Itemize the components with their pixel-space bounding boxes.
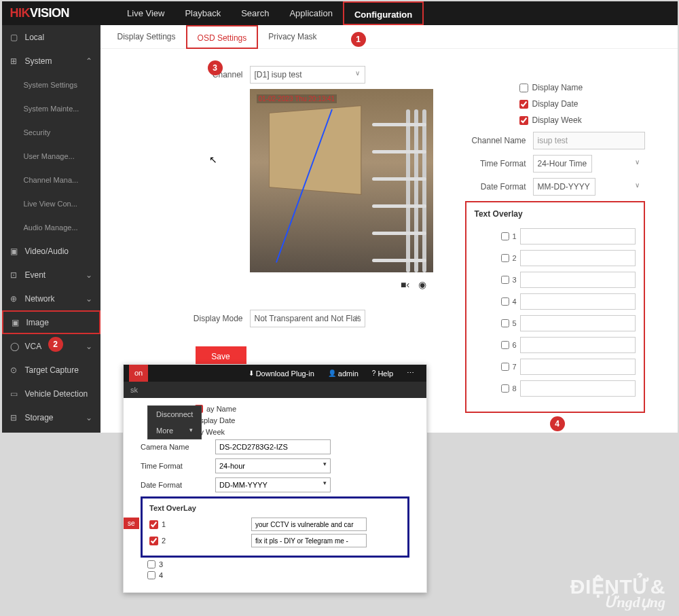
sub-tabs: Display Settings OSD Settings Privacy Ma…	[100, 25, 678, 49]
sidebar-system-mainte[interactable]: System Mainte...	[2, 96, 100, 120]
text-overlay-box: Text Overlay 1 2 3 4 5 6 7 8	[465, 201, 645, 413]
tab-osd-settings[interactable]: OSD Settings	[186, 25, 259, 49]
overlay-8-input[interactable]	[520, 380, 636, 397]
sidebar-target-capture[interactable]: ⊙Target Capture	[2, 358, 100, 382]
sidebar-network[interactable]: ⊕Network⌄	[2, 287, 100, 310]
target-icon: ⊙	[10, 365, 21, 375]
overlay-2-check[interactable]	[501, 254, 509, 262]
sidebar-security[interactable]: Security	[2, 120, 100, 144]
annotation-badge-3: 3	[208, 60, 223, 75]
download-icon: ⬇	[249, 369, 254, 377]
chevron-down-icon: ⌄	[86, 342, 92, 351]
event-icon: ⊡	[10, 270, 21, 280]
display-name-check[interactable]	[519, 84, 528, 92]
nav-configuration[interactable]: Configuration	[343, 1, 424, 25]
sec-overlay-2-check[interactable]	[149, 537, 158, 545]
nav-playback[interactable]: Playback	[175, 1, 231, 25]
overlay-7-check[interactable]	[501, 363, 509, 371]
sec-camera-name-input[interactable]	[215, 439, 331, 454]
sidebar-image[interactable]: ▣Image	[2, 310, 100, 334]
sec-dropdown: Disconnect More ▾	[147, 405, 202, 439]
chevron-down-icon: ⌄	[86, 270, 92, 280]
overlay-4-input[interactable]	[520, 293, 636, 310]
image-icon: ▣	[12, 318, 22, 327]
tab-privacy-mask[interactable]: Privacy Mask	[258, 25, 327, 49]
sec-time-format-label: Time Format	[141, 462, 215, 470]
overlay-4-check[interactable]	[501, 297, 509, 306]
sidebar-user-manage[interactable]: User Manage...	[2, 144, 100, 168]
logo: HIKVISION	[10, 6, 70, 20]
dropdown-disconnect[interactable]: Disconnect	[148, 406, 201, 422]
vehicle-icon: ▭	[10, 389, 21, 399]
display-week-check[interactable]	[519, 116, 528, 125]
date-format-label: Date Format	[465, 182, 526, 192]
tab-display-settings[interactable]: Display Settings	[107, 25, 186, 49]
sidebar-channel-mana[interactable]: Channel Mana...	[2, 168, 100, 192]
time-format-select[interactable]: 24-Hour Time	[533, 155, 592, 173]
camera-preview: 01-02-2023 Thu 20:13:41	[250, 89, 433, 272]
nav-search[interactable]: Search	[231, 1, 279, 25]
video-icon[interactable]: ■‹	[401, 279, 409, 290]
dropdown-more[interactable]: More ▾	[148, 422, 201, 439]
display-date-check[interactable]	[519, 100, 528, 109]
overlay-6-input[interactable]	[520, 337, 636, 353]
sidebar-system-settings[interactable]: System Settings	[2, 73, 100, 96]
sidebar-event[interactable]: ⊡Event⌄	[2, 263, 100, 287]
channel-name-label: Channel Name	[465, 136, 526, 145]
sidebar-audio-manage[interactable]: Audio Manage...	[2, 215, 100, 239]
overlay-7-input[interactable]	[520, 359, 636, 375]
more-button[interactable]: ⋯	[407, 369, 414, 378]
system-icon: ⊞	[10, 56, 21, 66]
nav-application[interactable]: Application	[279, 1, 343, 25]
overlay-1-input[interactable]	[520, 228, 636, 244]
display-mode-select[interactable]: Not Transparent and Not Flas...	[250, 310, 365, 327]
cursor-icon: ↖	[209, 154, 217, 165]
date-format-select[interactable]: MM-DD-YYYY	[533, 178, 595, 196]
snapshot-icon[interactable]: ◉	[418, 279, 426, 290]
sec-date-format-select[interactable]: DD-MM-YYYY	[215, 477, 331, 492]
sec-overlay-1-input[interactable]	[251, 518, 367, 531]
overlay-2-input[interactable]	[520, 250, 636, 266]
channel-name-input[interactable]	[533, 132, 645, 149]
sec-overlay-2-input[interactable]	[251, 534, 367, 547]
nav-liveview[interactable]: Live View	[117, 1, 175, 25]
sidebar-vehicle-detection[interactable]: ▭Vehicle Detection	[2, 382, 100, 405]
annotation-badge-2: 2	[48, 337, 63, 352]
preview-osd-date: 01-02-2023 Thu 20:13:41	[257, 94, 337, 103]
sec-overlay-3-check[interactable]	[147, 560, 155, 568]
sec-overlay-4-check[interactable]	[147, 571, 155, 579]
help-button[interactable]: ?Help	[372, 369, 393, 378]
admin-button[interactable]: 👤admin	[328, 369, 359, 378]
sec-overlay-1-check[interactable]	[149, 520, 158, 529]
user-icon: 👤	[328, 369, 336, 377]
sidebar-storage[interactable]: ⊟Storage⌄	[2, 405, 100, 429]
overlay-8-check[interactable]	[501, 384, 509, 393]
channel-select[interactable]: [D1] isup test	[250, 66, 365, 84]
secondary-panel: on ⬇Download Plug-in 👤admin ?Help ⋯ sk D…	[123, 364, 427, 593]
download-plugin-button[interactable]: ⬇Download Plug-in	[249, 369, 314, 378]
sec-camera-name-label: Camera Name	[141, 443, 215, 451]
sec-time-format-select[interactable]: 24-hour	[215, 458, 331, 473]
overlay-3-check[interactable]	[501, 276, 509, 284]
overlay-5-check[interactable]	[501, 319, 509, 327]
sidebar-local[interactable]: ▢Local	[2, 25, 100, 49]
vca-icon: ◯	[10, 342, 21, 351]
sec-text-overlay-title: Text OverLay	[149, 504, 401, 512]
overlay-6-check[interactable]	[501, 341, 509, 349]
sec-tab[interactable]: on	[129, 365, 148, 382]
chevron-up-icon: ⌃	[86, 56, 92, 66]
chevron-down-icon: ⌄	[86, 294, 92, 304]
monitor-icon: ▢	[10, 33, 21, 42]
right-panel: Display Name Display Date Display Week C…	[465, 83, 645, 413]
display-mode-label: Display Mode	[162, 310, 243, 327]
sidebar-videoaudio[interactable]: ▣Video/Audio	[2, 239, 100, 263]
text-overlay-title: Text Overlay	[475, 209, 636, 219]
overlay-5-input[interactable]	[520, 315, 636, 331]
sidebar-system[interactable]: ⊞System⌃	[2, 49, 100, 73]
overlay-1-check[interactable]	[501, 232, 509, 240]
sidebar-liveview-con[interactable]: Live View Con...	[2, 192, 100, 215]
help-icon: ?	[372, 369, 376, 377]
sidebar: ▢Local ⊞System⌃ System Settings System M…	[2, 25, 100, 433]
watermark: ĐIỆNTỬ& Ứngdụng	[570, 577, 665, 609]
overlay-3-input[interactable]	[520, 272, 636, 288]
